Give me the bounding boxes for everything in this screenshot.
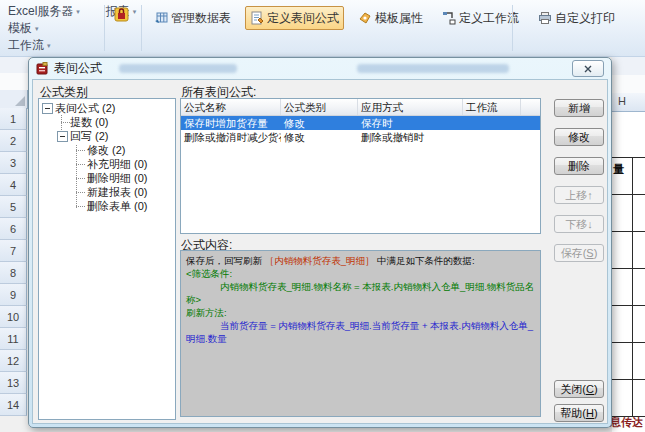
tree-collapse-icon[interactable] [57, 131, 68, 142]
toolbar-separator [104, 5, 105, 51]
formula-content-line: 保存后，回写刷新 ［内销物料货存表_明细］ 中满足如下条件的数据: [186, 254, 535, 267]
row-header-2[interactable]: 2 [0, 130, 27, 152]
tool-define-workflow[interactable]: 定义工作流 [437, 6, 524, 30]
dropdown-caret-icon: ▾ [47, 42, 51, 49]
formula-cell: 修改 [281, 130, 358, 144]
tree-node-1[interactable]: 提数 (0) [39, 115, 175, 129]
row-header-4[interactable]: 4 [0, 174, 27, 196]
menu-workflow[interactable]: 工作流 ▾ [6, 37, 53, 54]
sheet-table-border-vertical [632, 157, 633, 417]
tool-define-formula[interactable]: 定义表间公式 [245, 6, 344, 30]
glass-reflection [357, 64, 509, 73]
tree-node-label: 表间公式 (2) [55, 102, 116, 114]
tool-label: 定义工作流 [459, 10, 519, 27]
row-header-6[interactable]: 6 [0, 218, 27, 240]
list-column-header-0[interactable]: 公式名称 [181, 99, 281, 115]
formula-cell: 修改 [281, 116, 358, 130]
sheet-top-right [612, 57, 645, 93]
new-button[interactable]: 新增 [554, 99, 604, 117]
close-button[interactable]: 关闭(C) [554, 380, 604, 398]
formula-content-line: 内销物料货存表_明细.物料名称 = 本报表.内销物料入仓单_明细.物料货品名称> [186, 280, 535, 306]
tree-node-label: 回写 (2) [70, 130, 109, 142]
formula-row-1[interactable]: 删除或撤消时减少货存量修改删除或撤销时 [181, 130, 540, 144]
menu-template[interactable]: 模板 ▾ [6, 20, 41, 37]
tree-node-7[interactable]: 删除表单 (0) [39, 199, 175, 213]
tree-node-label: 补充明细 (0) [87, 158, 148, 170]
row-header-9[interactable]: 9 [0, 284, 27, 306]
lock-tool-button[interactable] [111, 4, 131, 24]
list-column-header-2[interactable]: 应用方式 [358, 99, 463, 115]
row-header-14[interactable]: 14 [0, 394, 27, 416]
close-icon [584, 65, 592, 73]
formula-cell: 保存时 [358, 116, 463, 130]
tree-node-2[interactable]: 回写 (2) [39, 129, 175, 143]
tool-custom-print[interactable]: 自定义打印 [533, 6, 620, 30]
tool-label: 模板属性 [375, 10, 423, 27]
tool-label: 定义表间公式 [267, 10, 339, 27]
row-header-11[interactable]: 11 [0, 328, 27, 350]
excel-server-window: Excel服务器 ▾ 报表 ▾ 模板 ▾ 工作流 ▾ [0, 0, 645, 432]
formula-list[interactable]: 公式名称公式类别应用方式工作流 保存时增加货存量修改保存时删除或撤消时减少货存量… [180, 98, 541, 234]
manage-datasheet-icon [154, 11, 168, 25]
help-button[interactable]: 帮助(H) [554, 404, 604, 422]
list-column-header-1[interactable]: 公式类别 [281, 99, 358, 115]
sheet-status-text: 息传达 [610, 415, 643, 430]
row-header-13[interactable]: 13 [0, 372, 27, 394]
dropdown-caret-icon: ▾ [133, 8, 137, 15]
tree-node-label: 提数 (0) [70, 116, 109, 128]
toolbar-separator [141, 5, 142, 51]
move-down-button: 下移↓ [554, 215, 604, 233]
tree-node-label: 修改 (2) [87, 144, 126, 156]
formula-content-box: 保存后，回写刷新 ［内销物料货存表_明细］ 中满足如下条件的数据:<筛选条件:内… [180, 250, 541, 417]
inter-table-formula-dialog: 表间公式 公式类别 所有表间公式: 公式内容: 表间公式 (2)提数 (0)回写… [28, 57, 612, 428]
formula-content-line: 刷新方法: [186, 306, 535, 319]
sheet-top-left [0, 57, 28, 90]
formula-content-line: <筛选条件: [186, 267, 535, 280]
menu-template-label: 模板 [8, 20, 32, 37]
lock-icon [113, 6, 130, 23]
row-header-12[interactable]: 12 [0, 350, 27, 372]
tool-label: 管理数据表 [171, 10, 231, 27]
tool-template-properties[interactable]: 模板属性 [353, 6, 428, 30]
list-column-header-3[interactable]: 工作流 [463, 99, 521, 115]
formula-category-tree[interactable]: 表间公式 (2)提数 (0)回写 (2)修改 (2)补充明细 (0)删除明细 (… [38, 98, 176, 420]
tree-node-5[interactable]: 删除明细 (0) [39, 171, 175, 185]
tree-collapse-icon[interactable] [42, 103, 53, 114]
row-headers: 1234567891011121314 [0, 108, 27, 432]
dialog-close-button[interactable] [572, 60, 604, 77]
row-header-1[interactable]: 1 [0, 108, 27, 130]
formula-content-line: 当前货存量 = 内销物料货存表_明细.当前货存量 + 本报表.内销物料入仓单_明… [186, 319, 535, 345]
dialog-icon [36, 62, 49, 75]
tool-manage-datasheet[interactable]: 管理数据表 [149, 6, 236, 30]
tool-label: 自定义打印 [555, 10, 615, 27]
row-header-7[interactable]: 7 [0, 240, 27, 262]
dropdown-caret-icon: ▾ [35, 25, 39, 32]
formula-cell: 保存时增加货存量 [181, 116, 281, 130]
tree-node-0[interactable]: 表间公式 (2) [39, 101, 175, 115]
ribbon-menus: Excel服务器 ▾ 报表 ▾ 模板 ▾ 工作流 ▾ [6, 3, 102, 54]
select-all-corner[interactable] [0, 90, 28, 109]
row-header-8[interactable]: 8 [0, 262, 27, 284]
dropdown-caret-icon: ▾ [76, 8, 80, 15]
formula-cell [463, 116, 521, 130]
sheet-table-borders [612, 157, 645, 418]
dialog-titlebar[interactable]: 表间公式 [29, 58, 611, 79]
menu-workflow-label: 工作流 [8, 37, 44, 54]
formula-row-0[interactable]: 保存时增加货存量修改保存时 [181, 116, 540, 130]
row-header-5[interactable]: 5 [0, 196, 27, 218]
ribbon-tools: 管理数据表定义表间公式模板属性定义工作流自定义打印 [149, 6, 620, 30]
tree-node-label: 删除明细 (0) [87, 172, 148, 184]
tree-node-4[interactable]: 补充明细 (0) [39, 157, 175, 171]
column-header-h[interactable]: H [612, 93, 645, 112]
formula-cell: 删除或撤销时 [358, 130, 463, 144]
define-workflow-icon [442, 11, 456, 25]
delete-button[interactable]: 删除 [554, 157, 604, 175]
modify-button[interactable]: 修改 [554, 128, 604, 146]
row-header-10[interactable]: 10 [0, 306, 27, 328]
tree-node-6[interactable]: 新建报表 (0) [39, 185, 175, 199]
dialog-client-area: 公式类别 所有表间公式: 公式内容: 表间公式 (2)提数 (0)回写 (2)修… [32, 79, 608, 424]
row-header-3[interactable]: 3 [0, 152, 27, 174]
tree-node-3[interactable]: 修改 (2) [39, 143, 175, 157]
sheet-cell-text: 量 [613, 162, 624, 177]
menu-excel-server[interactable]: Excel服务器 ▾ [6, 3, 82, 20]
